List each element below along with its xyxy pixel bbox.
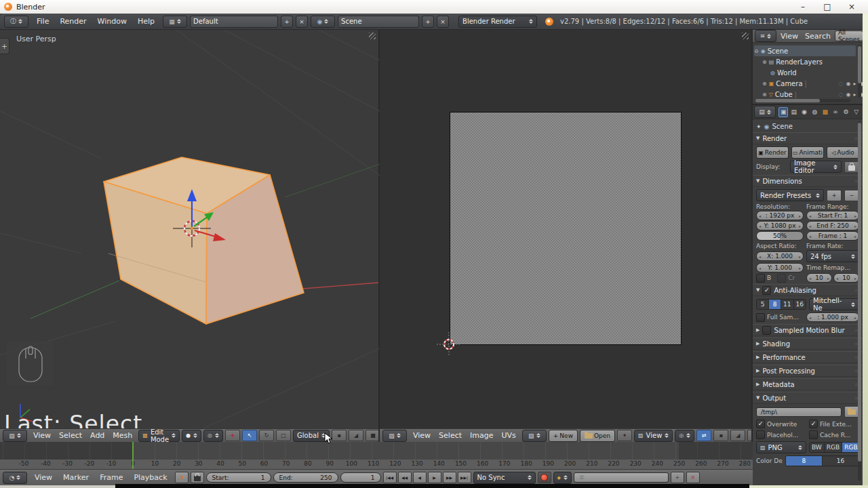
remap-new-field[interactable]: 10 bbox=[833, 273, 859, 283]
panel-header-render[interactable]: ▼ Render bbox=[753, 132, 863, 144]
fps-dropdown[interactable]: 24 fps bbox=[806, 250, 859, 262]
panel-header-metadata[interactable]: ▶ Metadata bbox=[753, 378, 863, 390]
editor-type-button[interactable]: ▤ bbox=[754, 106, 776, 118]
viewport-3d[interactable]: + User Persp Last: Select (1) Cube ▧ Vie… bbox=[0, 30, 380, 442]
overwrite-checkbox[interactable] bbox=[756, 420, 765, 428]
border-checkbox[interactable] bbox=[756, 274, 765, 283]
screen-layout-field[interactable]: Default bbox=[190, 16, 278, 28]
aa-samples-8[interactable]: 8 bbox=[769, 300, 781, 309]
uv-pivot-dropdown[interactable]: ◎ bbox=[675, 430, 694, 442]
properties-editor[interactable]: ▤ ▣ ▤ ◉ ◍ ▩ ∞ ⚙ ▽ ✦ ◉ Scene ▼ Render bbox=[753, 105, 863, 485]
playback-button[interactable]: ◀ bbox=[413, 472, 427, 483]
menu-item[interactable]: Help bbox=[132, 17, 160, 26]
selectable-icon[interactable]: ▸ bbox=[853, 92, 856, 98]
uv-face-select-button[interactable]: ■ bbox=[747, 430, 751, 441]
maximize-button[interactable]: □ bbox=[815, 0, 840, 14]
menu-item[interactable]: View bbox=[29, 431, 55, 440]
lock-interface-button[interactable] bbox=[844, 161, 859, 173]
outliner-item-world[interactable]: ◍ World bbox=[754, 67, 868, 78]
display-mode-dropdown[interactable]: Image Editor bbox=[790, 161, 842, 173]
outliner-vscrollbar[interactable] bbox=[858, 45, 861, 98]
remove-preset-button[interactable]: − bbox=[844, 190, 859, 201]
outliner-search-menu[interactable]: Search bbox=[802, 32, 833, 41]
frame-step-field[interactable]: Frame : 1 bbox=[806, 231, 859, 241]
panel-header-motion-blur[interactable]: ▶ Sampled Motion Blur bbox=[753, 324, 863, 336]
panel-header-output[interactable]: ▼ Output bbox=[753, 392, 863, 404]
delete-scene-button[interactable]: × bbox=[437, 16, 449, 28]
frame-end-field[interactable]: End F: 250 bbox=[806, 221, 859, 230]
scene-field[interactable]: Scene bbox=[338, 16, 419, 28]
current-frame-indicator[interactable] bbox=[132, 442, 134, 469]
region-corner-grip[interactable] bbox=[369, 33, 376, 39]
properties-vscrollbar[interactable] bbox=[858, 121, 861, 481]
color-mode-rgba[interactable]: RGBA bbox=[842, 443, 859, 452]
lock-frame-button[interactable] bbox=[191, 472, 204, 483]
render-audio-button[interactable]: ◁ Audio bbox=[827, 146, 859, 159]
image-datablock-selector[interactable]: ▨ bbox=[522, 430, 547, 442]
tab-render-layers[interactable]: ▤ bbox=[789, 107, 798, 117]
vertex-select-button[interactable]: ▪ bbox=[332, 430, 347, 441]
output-path-field[interactable]: /tmp\ bbox=[756, 407, 842, 417]
menu-item[interactable]: UVs bbox=[498, 431, 520, 440]
resolution-x-field[interactable]: : 1920 px bbox=[756, 211, 804, 220]
tab-object[interactable]: ▩ bbox=[821, 107, 830, 117]
cube-mesh[interactable] bbox=[104, 157, 304, 324]
aspect-x-field[interactable]: X: 1.000 bbox=[756, 251, 804, 261]
outliner-view-menu[interactable]: View bbox=[778, 32, 801, 41]
region-corner-grip[interactable] bbox=[742, 33, 749, 39]
menu-item[interactable]: Select bbox=[435, 431, 466, 440]
antialiasing-checkbox[interactable] bbox=[762, 286, 771, 295]
motion-blur-checkbox[interactable] bbox=[762, 326, 771, 335]
active-keying-set-field[interactable]: ⚿ bbox=[574, 472, 669, 483]
selectable-icon[interactable]: ▸ bbox=[853, 81, 856, 87]
menu-item[interactable]: Image bbox=[466, 431, 497, 440]
aa-filter-dropdown[interactable]: Mitchell-Ne bbox=[809, 298, 859, 310]
panel-header-performance[interactable]: ▶ Performance bbox=[753, 351, 863, 363]
full-sample-checkbox[interactable] bbox=[756, 313, 765, 322]
panel-header-shading[interactable]: ▶ Shading bbox=[753, 338, 863, 350]
file-format-dropdown[interactable]: ▨ PNG bbox=[756, 441, 806, 453]
tab-constraints[interactable]: ∞ bbox=[831, 107, 840, 117]
aa-samples-segment[interactable]: 5 8 11 16 bbox=[756, 299, 806, 310]
editor-type-button[interactable]: ≡ bbox=[755, 30, 776, 42]
keying-set-dropdown[interactable]: ◆ bbox=[553, 472, 572, 484]
menu-item[interactable]: Window bbox=[92, 17, 132, 26]
outliner-editor[interactable]: ≡ View Search All Scenes ⊖ ◉ Scene ⊕ ▤ R… bbox=[753, 30, 863, 105]
frame-end-field[interactable]: End: 250 bbox=[273, 472, 338, 483]
uv-view-dropdown[interactable]: ▨ View bbox=[634, 430, 673, 442]
scene-icon-selector[interactable]: ◉ bbox=[311, 16, 335, 28]
editor-type-button[interactable]: ▧ bbox=[3, 430, 27, 442]
outliner-item-scene[interactable]: ⊖ ◉ Scene bbox=[754, 45, 856, 56]
color-mode-bw[interactable]: BW bbox=[810, 443, 825, 452]
region-expand-tab[interactable]: + bbox=[0, 38, 9, 54]
render-engine-dropdown[interactable]: Blender Render bbox=[458, 16, 537, 28]
insert-keyframe-button[interactable]: + bbox=[671, 472, 684, 483]
playback-button[interactable]: |◀◀ bbox=[383, 472, 397, 483]
outliner-item-renderlayers[interactable]: ⊕ ▤ RenderLayers bbox=[754, 56, 864, 67]
visibility-eye-icon[interactable]: ◉ bbox=[846, 81, 850, 87]
frame-start-field[interactable]: Start: 1 bbox=[206, 472, 271, 483]
playback-button[interactable]: ▶▶ bbox=[443, 472, 456, 483]
menu-item[interactable]: Marker bbox=[58, 473, 94, 482]
auto-keyframe-button[interactable] bbox=[538, 472, 551, 483]
new-image-button[interactable]: + New bbox=[549, 430, 578, 442]
scale-manipulator-button[interactable]: □ bbox=[276, 430, 291, 441]
menu-item[interactable]: Frame bbox=[94, 473, 128, 482]
menu-item[interactable]: Select bbox=[55, 431, 86, 440]
menu-item[interactable]: Render bbox=[54, 17, 92, 26]
placeholders-checkbox[interactable] bbox=[756, 430, 765, 439]
pivot-dropdown[interactable]: ◎ bbox=[203, 430, 223, 442]
add-layout-button[interactable]: + bbox=[281, 16, 293, 28]
screen-layout-icon[interactable]: ▦ bbox=[163, 16, 187, 28]
render-presets-dropdown[interactable]: Render Presets bbox=[756, 189, 824, 201]
outliner-scope-dropdown[interactable]: All Scenes bbox=[835, 30, 863, 41]
panel-header-antialiasing[interactable]: ▼ Anti-Aliasing bbox=[753, 284, 863, 296]
edge-select-button[interactable]: ◢ bbox=[349, 430, 363, 441]
tab-modifiers[interactable]: ⚙ bbox=[841, 107, 850, 117]
current-frame-field[interactable]: 1 bbox=[340, 472, 381, 483]
uv-image-canvas[interactable] bbox=[450, 112, 682, 345]
uv-sync-selection-button[interactable]: ⇄ bbox=[696, 430, 711, 441]
expand-icon[interactable]: ⊕ bbox=[762, 81, 767, 87]
preview-range-button[interactable]: ◔ bbox=[175, 472, 189, 483]
face-select-button[interactable]: ■ bbox=[366, 430, 378, 441]
